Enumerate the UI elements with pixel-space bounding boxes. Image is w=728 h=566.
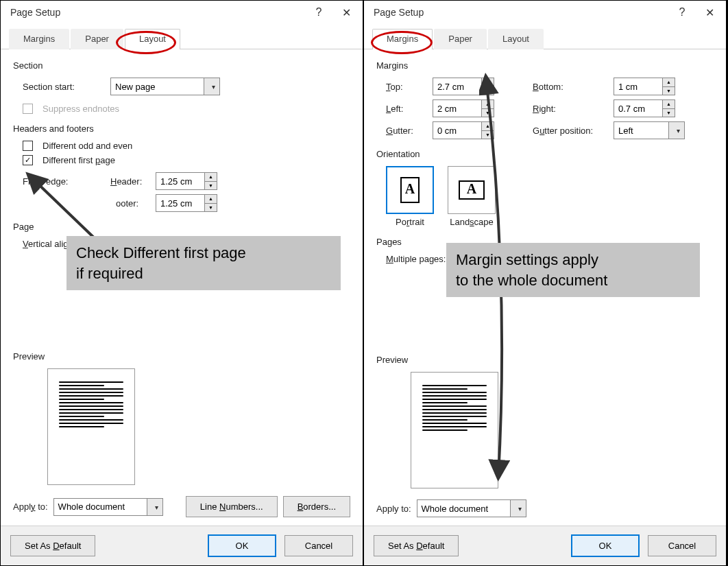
close-button[interactable]: ✕ bbox=[696, 2, 723, 23]
tab-layout[interactable]: Layout bbox=[125, 29, 180, 49]
annotation-callout: Check Different first pageif required bbox=[66, 236, 341, 290]
diff-odd-even-checkbox[interactable] bbox=[23, 141, 33, 151]
suppress-endnotes-checkbox bbox=[23, 104, 33, 114]
spinner-up-icon[interactable]: ▲ bbox=[482, 122, 494, 131]
orientation-portrait-button[interactable] bbox=[386, 166, 434, 214]
tabs: Margins Paper Layout bbox=[364, 24, 726, 49]
header-distance-spinner[interactable]: 1.25 cm ▲▼ bbox=[156, 172, 217, 190]
spinner-up-icon[interactable]: ▲ bbox=[663, 78, 675, 87]
page-setup-dialog-layout: Page Setup ? ✕ Margins Paper Layout Sect… bbox=[0, 0, 363, 566]
landscape-icon bbox=[459, 180, 485, 200]
cancel-button[interactable]: Cancel bbox=[284, 535, 353, 556]
spinner-down-icon[interactable]: ▼ bbox=[205, 182, 217, 190]
spinner-up-icon[interactable]: ▲ bbox=[482, 78, 494, 87]
preview-thumbnail bbox=[47, 368, 135, 485]
spinner-up-icon[interactable]: ▲ bbox=[663, 100, 675, 109]
spinner-down-icon[interactable]: ▼ bbox=[482, 131, 494, 139]
preview-heading: Preview bbox=[376, 355, 714, 365]
chevron-down-icon: ▾ bbox=[518, 505, 522, 512]
chevron-down-icon: ▾ bbox=[677, 127, 680, 134]
portrait-icon bbox=[400, 177, 420, 203]
section-start-select[interactable]: New page▾ bbox=[110, 78, 220, 95]
set-as-default-button[interactable]: Set As Default bbox=[374, 535, 459, 556]
suppress-endnotes-label: Suppress endnotes bbox=[43, 104, 119, 114]
header-distance-label: Header: bbox=[110, 176, 150, 187]
help-button[interactable]: ? bbox=[305, 2, 332, 23]
chevron-down-icon: ▾ bbox=[155, 503, 158, 510]
spinner-down-icon[interactable]: ▼ bbox=[482, 87, 494, 95]
gutter-spinner[interactable]: 0 cm▲▼ bbox=[433, 121, 494, 139]
tab-paper[interactable]: Paper bbox=[71, 29, 123, 49]
left-margin-label: Left: bbox=[386, 104, 427, 114]
right-margin-label: Right: bbox=[533, 104, 608, 114]
headers-footers-heading: Headers and footers bbox=[13, 123, 350, 134]
vertical-alignment-label: Vertical alig bbox=[23, 239, 69, 249]
borders-button[interactable]: Borders... bbox=[283, 496, 350, 517]
bottom-margin-spinner[interactable]: 1 cm▲▼ bbox=[614, 78, 675, 95]
apply-to-label: Apply to: bbox=[376, 504, 411, 514]
set-as-default-button[interactable]: Set As Default bbox=[10, 535, 95, 556]
orientation-landscape-button[interactable] bbox=[448, 166, 496, 214]
apply-to-select[interactable]: Whole document▾ bbox=[53, 498, 163, 516]
right-margin-spinner[interactable]: 0.7 cm▲▼ bbox=[614, 99, 675, 117]
spinner-up-icon[interactable]: ▲ bbox=[482, 100, 494, 109]
apply-to-label: Apply to: bbox=[13, 502, 48, 512]
spinner-down-icon[interactable]: ▼ bbox=[663, 109, 675, 117]
titlebar: Page Setup ? ✕ bbox=[1, 1, 363, 24]
preview-thumbnail bbox=[411, 372, 498, 488]
diff-first-page-label: Different first page bbox=[43, 155, 115, 165]
spinner-down-icon[interactable]: ▼ bbox=[205, 204, 217, 212]
tab-margins[interactable]: Margins bbox=[9, 29, 69, 49]
footer-distance-label: Footer: bbox=[110, 198, 150, 209]
close-button[interactable]: ✕ bbox=[332, 2, 360, 23]
section-start-label: Section start: bbox=[23, 82, 105, 92]
top-margin-label: Top: bbox=[386, 82, 427, 92]
page-heading: Page bbox=[13, 222, 350, 232]
preview-heading: Preview bbox=[13, 351, 350, 362]
page-setup-dialog-margins: Page Setup ? ✕ Margins Paper Layout Marg… bbox=[363, 0, 727, 566]
dialog-title: Page Setup bbox=[374, 7, 668, 18]
tab-layout[interactable]: Layout bbox=[488, 29, 544, 49]
chevron-down-icon: ▾ bbox=[212, 83, 215, 91]
gutter-label: Gutter: bbox=[386, 126, 427, 136]
ok-button[interactable]: OK bbox=[571, 534, 640, 557]
button-bar: Set As Default OK Cancel bbox=[1, 526, 363, 565]
ok-button[interactable]: OK bbox=[208, 534, 276, 557]
orientation-landscape-label: Landscape bbox=[448, 217, 496, 227]
diff-odd-even-label: Different odd and even bbox=[43, 141, 132, 151]
spinner-up-icon[interactable]: ▲ bbox=[205, 173, 217, 182]
line-numbers-button[interactable]: Line Numbers... bbox=[186, 496, 278, 517]
section-heading: Section bbox=[13, 60, 350, 71]
orientation-portrait-label: Portrait bbox=[386, 217, 434, 227]
spinner-down-icon[interactable]: ▼ bbox=[482, 109, 494, 117]
footer-distance-spinner[interactable]: 1.25 cm ▲▼ bbox=[156, 194, 217, 212]
help-button[interactable]: ? bbox=[668, 2, 696, 23]
gutter-position-select[interactable]: Left▾ bbox=[614, 121, 685, 139]
diff-first-page-checkbox[interactable]: ✓ bbox=[23, 155, 33, 165]
cancel-button[interactable]: Cancel bbox=[648, 535, 716, 556]
annotation-callout: Margin settings applyto the whole docume… bbox=[446, 243, 700, 297]
multiple-pages-label: Multiple pages: bbox=[386, 254, 446, 264]
top-margin-spinner[interactable]: 2.7 cm▲▼ bbox=[433, 78, 494, 95]
button-bar: Set As Default OK Cancel bbox=[364, 526, 726, 565]
bottom-margin-label: Bottom: bbox=[533, 82, 608, 92]
apply-to-select[interactable]: Whole document▾ bbox=[417, 499, 526, 517]
spinner-up-icon[interactable]: ▲ bbox=[205, 195, 217, 204]
dialog-title: Page Setup bbox=[10, 7, 305, 18]
tab-margins[interactable]: Margins bbox=[372, 29, 433, 49]
tabs: Margins Paper Layout bbox=[1, 24, 363, 49]
tab-paper[interactable]: Paper bbox=[434, 29, 487, 49]
from-edge-label: From edge: bbox=[23, 176, 105, 187]
titlebar: Page Setup ? ✕ bbox=[364, 1, 726, 24]
spinner-down-icon[interactable]: ▼ bbox=[663, 87, 675, 95]
left-margin-spinner[interactable]: 2 cm▲▼ bbox=[433, 99, 494, 117]
gutter-position-label: Gutter position: bbox=[533, 126, 608, 136]
orientation-heading: Orientation bbox=[376, 149, 714, 159]
margins-heading: Margins bbox=[376, 60, 714, 71]
